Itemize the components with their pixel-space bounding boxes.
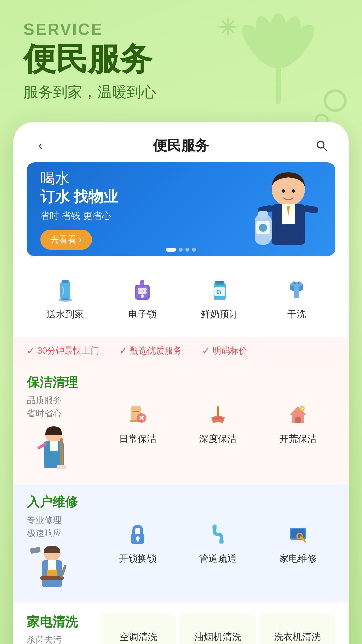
banner-text3: 省时 省钱 更省心 <box>40 210 228 222</box>
banner-dots <box>166 248 196 252</box>
svg-point-16 <box>292 189 295 193</box>
banner-text1: 喝水 <box>40 169 70 188</box>
phone-header: ‹ 便民服务 <box>13 122 349 162</box>
svg-rect-26 <box>60 281 70 300</box>
deep-cleaning-item[interactable]: 深度保洁 <box>181 374 255 473</box>
move-cleaning-icon: ✦ <box>285 401 311 428</box>
move-cleaning-item[interactable]: ✦ 开荒保洁 <box>260 374 335 473</box>
search-icon <box>316 140 328 152</box>
cleaning-items: 日常保洁 深度保洁 <box>101 374 335 473</box>
svg-point-68 <box>212 524 217 530</box>
badge-speed-text: 30分钟最快上门 <box>37 345 99 357</box>
appliance-desc: 杀菌去污 深层洁净 <box>27 633 94 644</box>
svg-rect-55 <box>295 417 301 423</box>
svg-rect-23 <box>258 211 268 218</box>
svg-point-33 <box>143 288 147 291</box>
back-button[interactable]: ‹ <box>30 136 50 156</box>
hood-clean-item[interactable]: 油烟机清洗 <box>180 613 255 644</box>
washer-clean-item[interactable]: 洗衣机清洗 <box>260 613 335 644</box>
repair-row: 入户维修 专业修理 极速响应 <box>27 494 335 593</box>
quick-services: 送水到家 电子锁 <box>13 266 349 337</box>
move-cleaning-label: 开荒保洁 <box>279 433 317 445</box>
repair-person <box>27 544 94 593</box>
svg-rect-63 <box>40 576 64 580</box>
appliance-cleaning-category: 家电清洗 杀菌去污 深层洁净 <box>13 603 349 644</box>
svg-point-37 <box>141 294 144 298</box>
hero-subtitle: 服务到家，温暖到心 <box>23 82 339 102</box>
svg-point-15 <box>282 189 285 193</box>
svg-rect-40 <box>216 281 223 283</box>
repair-title: 入户维修 <box>27 494 94 511</box>
search-button[interactable] <box>312 136 332 156</box>
svg-rect-61 <box>48 560 56 570</box>
appliance-title: 家电清洗 <box>27 613 94 631</box>
deep-cleaning-label: 深度保洁 <box>199 433 237 445</box>
banner-person-svg <box>245 166 332 256</box>
milk-icon: 奶 <box>206 276 233 303</box>
quick-service-milk[interactable]: 奶 鲜奶预订 <box>181 270 258 327</box>
appliance-repair-label: 家电维修 <box>279 552 317 565</box>
promo-banner[interactable]: 喝水 订水 找物业 省时 省钱 更省心 去看看 › <box>27 162 335 256</box>
water-icon <box>52 276 79 303</box>
hero-section: SERVICE 便民服务 服务到家，温暖到心 <box>0 0 362 115</box>
badge-price: ✓ 明码标价 <box>202 345 247 357</box>
svg-rect-46 <box>60 438 63 468</box>
repair-category: 入户维修 专业修理 极速响应 <box>13 484 349 603</box>
badge-speed: ✓ 30分钟最快上门 <box>27 345 99 357</box>
washer-clean-label: 洗衣机清洗 <box>274 631 321 643</box>
appliance-row: 家电清洗 杀菌去污 深层洁净 <box>27 613 335 644</box>
quick-service-elock[interactable]: 电子锁 <box>104 270 181 327</box>
daily-cleaning-item[interactable]: 日常保洁 <box>101 374 175 473</box>
svg-text:✦: ✦ <box>301 406 305 411</box>
svg-rect-59 <box>30 547 41 554</box>
hood-clean-label: 油烟机清洗 <box>194 631 241 643</box>
badge-quality-text: 甄选优质服务 <box>130 345 182 357</box>
quick-service-water-label: 送水到家 <box>47 308 84 321</box>
cleaning-desc: 品质服务 省时省心 <box>27 394 94 420</box>
badge-price-text: 明码标价 <box>213 345 247 357</box>
appliance-repair-item[interactable]: 家电维修 <box>260 494 335 593</box>
hero-service-en: SERVICE <box>23 20 339 39</box>
appliance-items: 空调清洗 油烟机清洗 洗衣机清洗 热水器清洗 冰箱清洗 地暖清洗 <box>101 613 335 644</box>
cleaning-row: 保洁清理 品质服务 省时省心 <box>27 374 335 473</box>
ac-clean-item[interactable]: 空调清洗 <box>101 613 176 644</box>
pipe-item[interactable]: 管道疏通 <box>181 494 255 593</box>
quick-service-elock-label: 电子锁 <box>128 308 157 321</box>
hero-title: 便民服务 <box>23 41 339 77</box>
cleaning-person <box>27 425 94 473</box>
locksmith-item[interactable]: 开锁换锁 <box>101 494 175 593</box>
svg-rect-62 <box>47 570 57 576</box>
svg-rect-21 <box>303 205 319 214</box>
pipe-icon <box>204 521 231 548</box>
locksmith-label: 开锁换锁 <box>119 552 157 565</box>
cleaning-title: 保洁清理 <box>27 374 94 391</box>
dot-4 <box>192 248 196 252</box>
dot-2 <box>179 248 183 252</box>
svg-point-28 <box>59 298 72 302</box>
svg-point-69 <box>219 539 224 544</box>
lock-icon <box>124 521 151 548</box>
ac-clean-label: 空调清洗 <box>120 631 157 643</box>
cleaning-info: 保洁清理 品质服务 省时省心 <box>27 374 94 473</box>
phone-mockup: ‹ 便民服务 喝水 订水 找物业 省时 省钱 更省心 去看看 › <box>13 122 349 644</box>
quick-service-dryclean[interactable]: 干洗 <box>258 270 335 327</box>
page-title: 便民服务 <box>153 136 209 155</box>
appliance-repair-icon <box>285 521 311 548</box>
check-icon-3: ✓ <box>202 345 210 356</box>
repair-info: 入户维修 专业修理 极速响应 <box>27 494 94 593</box>
quick-service-water[interactable]: 送水到家 <box>27 270 104 327</box>
svg-rect-27 <box>62 280 69 283</box>
repair-desc: 专业修理 极速响应 <box>27 514 94 540</box>
check-icon-2: ✓ <box>119 345 127 356</box>
quick-service-milk-label: 鲜奶预订 <box>201 308 238 321</box>
appliance-info: 家电清洗 杀菌去污 深层洁净 <box>27 613 94 644</box>
banner-cta-button[interactable]: 去看看 › <box>40 230 92 250</box>
pipe-label: 管道疏通 <box>199 552 237 565</box>
svg-rect-45 <box>50 441 58 451</box>
svg-rect-67 <box>137 538 139 542</box>
svg-text:奶: 奶 <box>216 289 221 295</box>
repair-items: 开锁换锁 管道疏通 <box>101 494 335 593</box>
banner-content: 喝水 订水 找物业 省时 省钱 更省心 去看看 › <box>27 162 241 256</box>
badge-quality: ✓ 甄选优质服务 <box>119 345 182 357</box>
daily-cleaning-icon <box>124 401 151 428</box>
